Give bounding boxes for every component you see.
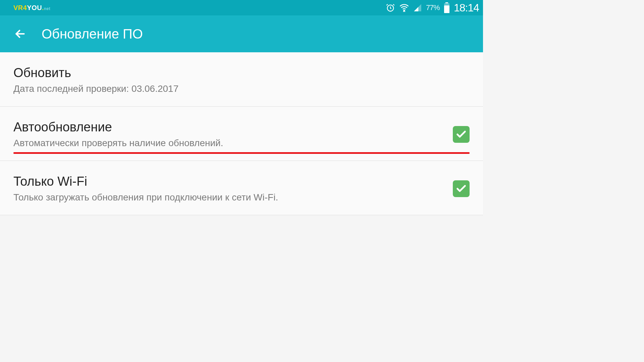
page-title: Обновление ПО bbox=[42, 26, 143, 42]
svg-point-1 bbox=[404, 10, 405, 11]
svg-rect-4 bbox=[444, 5, 449, 13]
logo-part3: net bbox=[44, 6, 51, 11]
setting-text: Только Wi-Fi Только загружать обновления… bbox=[13, 174, 439, 203]
wifi-icon bbox=[399, 3, 409, 13]
setting-text: Автообновление Автоматически проверять н… bbox=[13, 120, 439, 148]
back-button[interactable] bbox=[13, 27, 27, 41]
checkmark-icon bbox=[455, 129, 467, 140]
watermark-logo: VR4YOU.net bbox=[13, 4, 50, 12]
setting-description: Автоматически проверять наличие обновлен… bbox=[13, 138, 439, 148]
svg-rect-2 bbox=[445, 2, 448, 3]
checkmark-icon bbox=[455, 183, 467, 194]
highlight-underline bbox=[13, 152, 470, 154]
status-icons: 77% 18:14 bbox=[386, 2, 479, 14]
battery-percentage: 77% bbox=[426, 3, 440, 12]
checkbox-wifi-only[interactable] bbox=[453, 180, 470, 197]
setting-description: Только загружать обновления при подключе… bbox=[13, 192, 439, 203]
setting-title: Автообновление bbox=[13, 120, 439, 134]
signal-icon bbox=[413, 3, 422, 12]
setting-title: Только Wi-Fi bbox=[13, 174, 439, 189]
app-bar: Обновление ПО bbox=[0, 15, 483, 52]
alarm-icon bbox=[386, 3, 395, 12]
status-clock: 18:14 bbox=[454, 2, 479, 14]
battery-icon bbox=[444, 2, 450, 13]
logo-part2: YOU bbox=[27, 4, 42, 11]
setting-text: Обновить Дата последней проверки: 03.06.… bbox=[13, 66, 470, 94]
status-bar: VR4YOU.net 77% 18:14 bbox=[0, 0, 483, 15]
logo-part1: VR4 bbox=[13, 4, 27, 11]
setting-description: Дата последней проверки: 03.06.2017 bbox=[13, 83, 470, 94]
setting-title: Обновить bbox=[13, 66, 470, 80]
setting-item-update[interactable]: Обновить Дата последней проверки: 03.06.… bbox=[0, 52, 483, 107]
checkbox-autoupdate[interactable] bbox=[453, 126, 470, 143]
setting-item-autoupdate[interactable]: Автообновление Автоматически проверять н… bbox=[0, 107, 483, 161]
setting-item-wifi-only[interactable]: Только Wi-Fi Только загружать обновления… bbox=[0, 161, 483, 215]
settings-list: Обновить Дата последней проверки: 03.06.… bbox=[0, 52, 483, 215]
